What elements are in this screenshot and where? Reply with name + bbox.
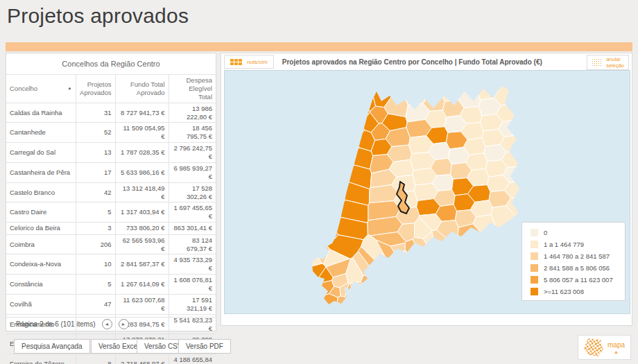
concelho-area[interactable] xyxy=(336,296,363,310)
concelho-area[interactable] xyxy=(456,224,530,310)
panel-title: Concelhos da Região Centro xyxy=(6,53,216,74)
table-row[interactable]: Carregal do Sal131 787 028,35 €2 796 242… xyxy=(6,143,216,163)
grid-icon xyxy=(230,59,242,65)
concelho-area[interactable] xyxy=(301,294,338,310)
concelho-area[interactable] xyxy=(301,185,345,210)
map-panel: nuts/cim Projetos aprovados na Região Ce… xyxy=(221,53,632,326)
cell-concelho: Condeixa-a-Nova xyxy=(6,254,76,275)
legend-swatch xyxy=(531,276,538,284)
cell-concelho: Castanheira de Pêra xyxy=(6,162,76,182)
concelho-area[interactable] xyxy=(370,270,404,311)
concelho-area[interactable] xyxy=(301,105,365,141)
column-header-concelho[interactable]: Concelho ▲ xyxy=(6,75,76,103)
concelho-area[interactable] xyxy=(397,250,449,310)
cell-projetos: 8 xyxy=(76,354,115,364)
concelho-area[interactable] xyxy=(301,163,349,193)
cell-fundo: 1 317 403,94 € xyxy=(115,202,169,223)
concelho-area[interactable] xyxy=(350,281,379,310)
concelho-area[interactable] xyxy=(496,103,530,122)
concelho-area[interactable] xyxy=(423,81,445,111)
legend-label: >=11 623 008 xyxy=(544,288,584,295)
map-toggle-button[interactable]: mapa ▲ xyxy=(578,335,631,360)
cell-fundo: 62 565 593,96 € xyxy=(115,234,169,254)
advanced-search-button[interactable]: Pesquisa Avançada xyxy=(14,339,90,354)
next-page-button[interactable]: ► xyxy=(119,319,129,329)
table-row[interactable]: Castelo Branco4213 312 418,49 €17 528 30… xyxy=(6,182,216,202)
concelho-area[interactable] xyxy=(301,125,359,158)
concelho-area[interactable] xyxy=(432,230,469,310)
concelho-area[interactable] xyxy=(301,143,354,175)
cell-despesa: 17 528 302,26 € xyxy=(169,182,216,202)
table-row[interactable]: Castro Daire51 317 403,94 €1 697 455,65 … xyxy=(6,202,216,223)
concelho-area[interactable] xyxy=(301,235,322,270)
previous-page-button[interactable]: ◄ xyxy=(102,319,112,329)
concelho-area[interactable] xyxy=(301,263,326,293)
pagination: Página 2 de 6 (101 items) ◄ ► xyxy=(6,317,216,331)
concelho-area[interactable] xyxy=(379,262,423,310)
clear-selection-label: anular seleção xyxy=(606,56,624,69)
pdf-version-button[interactable]: Versão PDF xyxy=(178,339,231,354)
concelho-area[interactable] xyxy=(405,239,436,291)
concelho-area[interactable] xyxy=(301,75,370,124)
cell-concelho: Castro Daire xyxy=(6,202,76,223)
table-row[interactable]: Castanheira de Pêra175 633 986,16 €6 985… xyxy=(6,162,216,182)
map-area: 01 a 1 464 7791 464 780 a 2 841 5872 841… xyxy=(224,70,630,314)
map-sheet-icon xyxy=(584,338,603,356)
cell-despesa: 17 591 321,19 € xyxy=(169,294,216,314)
nuts-cim-button[interactable]: nuts/cim xyxy=(224,55,274,69)
cell-despesa: 83 124 679,37 € xyxy=(169,234,216,254)
table-row[interactable]: Constância51 267 614,09 €1 608 076,81 € xyxy=(6,275,216,295)
nuts-cim-label: nuts/cim xyxy=(247,59,268,65)
table-row[interactable]: Condeixa-a-Nova102 841 587,37 €4 935 733… xyxy=(6,254,216,275)
cell-concelho: Constância xyxy=(6,275,76,295)
cell-fundo: 733 806,20 € xyxy=(115,223,169,235)
table-row[interactable]: Covilhã4711 623 007,68 €17 591 321,19 € xyxy=(6,294,216,314)
column-header-projetos[interactable]: Projetos Aprovados xyxy=(76,75,115,103)
concelho-area[interactable] xyxy=(413,237,458,310)
cell-concelho: Carregal do Sal xyxy=(6,143,76,163)
concelho-area[interactable] xyxy=(494,74,530,105)
cell-projetos: 10 xyxy=(76,254,115,275)
concelho-area[interactable] xyxy=(399,74,436,105)
table-row[interactable]: Caldas da Rainha318 727 941,73 €13 986 2… xyxy=(6,103,216,123)
cell-despesa: 2 796 242,75 € xyxy=(169,143,216,163)
cell-projetos: 47 xyxy=(76,294,115,314)
concelho-area[interactable] xyxy=(361,275,396,310)
cell-concelho: Cantanhede xyxy=(6,123,76,143)
column-header-despesa[interactable]: Despesa Elegível Total xyxy=(169,75,216,103)
cell-fundo: 5 633 986,16 € xyxy=(115,162,169,182)
sort-ascending-icon[interactable]: ▲ xyxy=(68,86,72,92)
cell-concelho: Castelo Branco xyxy=(6,182,76,202)
clear-selection-button[interactable]: anular seleção xyxy=(587,55,629,70)
cell-projetos: 13 xyxy=(76,143,115,163)
cell-projetos: 3 xyxy=(76,223,115,235)
concelho-area[interactable] xyxy=(387,256,429,310)
pagination-label: Página 2 de 6 (101 items) xyxy=(16,320,96,328)
cell-despesa: 863 301,41 € xyxy=(169,223,216,235)
legend-swatch xyxy=(531,229,538,236)
collapse-arrow-icon: ▲ xyxy=(614,349,619,354)
table-row[interactable]: Celorico da Beira3733 806,20 €863 301,41… xyxy=(6,223,216,235)
concelho-area[interactable] xyxy=(301,202,341,227)
table-row[interactable]: Ferreira do Zêzere82 718 468,97 €4 188 6… xyxy=(6,354,216,364)
legend-item: 1 a 1 464 779 xyxy=(531,241,618,248)
concelho-area[interactable] xyxy=(458,77,481,107)
page-title: Projetos aprovados xyxy=(7,4,189,28)
cell-fundo: 1 787 028,35 € xyxy=(115,143,169,163)
map-title: Projetos aprovados na Região Centro por … xyxy=(282,58,542,66)
cell-projetos: 31 xyxy=(76,103,115,123)
cell-despesa: 6 985 939,27 € xyxy=(169,162,216,182)
cell-fundo: 8 727 941,73 € xyxy=(115,103,169,123)
map-legend: 01 a 1 464 7791 464 780 a 2 841 5872 841… xyxy=(521,222,626,301)
table-row[interactable]: Coimbra20662 565 593,96 €83 124 679,37 € xyxy=(6,234,216,254)
cell-despesa: 18 456 795,75 € xyxy=(169,123,216,143)
legend-item: 1 464 780 a 2 841 587 xyxy=(531,252,618,260)
cell-fundo: 2 841 587,37 € xyxy=(115,254,169,275)
hatch-icon xyxy=(592,58,603,67)
concelho-area[interactable] xyxy=(301,74,376,111)
column-header-fundo[interactable]: Fundo Total Aprovado xyxy=(115,75,169,103)
cell-despesa: 1 697 455,65 € xyxy=(169,202,216,223)
legend-label: 1 a 1 464 779 xyxy=(544,241,584,248)
concelho-area[interactable] xyxy=(350,148,373,169)
table-row[interactable]: Cantanhede5211 509 054,95 €18 456 795,75… xyxy=(6,123,216,143)
